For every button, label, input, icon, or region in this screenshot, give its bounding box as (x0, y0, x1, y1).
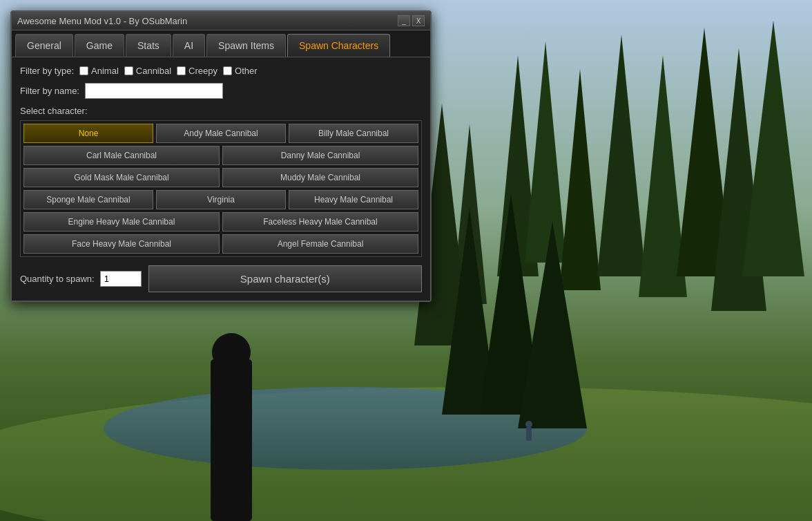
filter-name-label: Filter by name: (20, 86, 79, 96)
character-grid: None Andy Male Cannibal Billy Male Canni… (20, 120, 422, 257)
tab-stats[interactable]: Stats (126, 34, 171, 57)
creepy-checkbox[interactable] (177, 66, 186, 75)
char-engine-heavy[interactable]: Engine Heavy Male Cannibal (23, 212, 220, 231)
game-window: Awesome Menu Mod v1.0 - By OSubMarin _ X… (10, 10, 432, 302)
quantity-group: Quantity to spawn: (20, 271, 142, 287)
char-carl[interactable]: Carl Male Cannibal (23, 146, 220, 165)
content-area: Filter by type: Animal Cannibal Creepy O… (12, 57, 430, 301)
char-gold-mask[interactable]: Gold Mask Male Cannibal (23, 168, 220, 187)
filter-name-row: Filter by name: (20, 83, 422, 99)
char-danny[interactable]: Danny Male Cannibal (222, 146, 418, 165)
char-muddy[interactable]: Muddy Male Cannibal (222, 168, 418, 187)
filter-creepy[interactable]: Creepy (177, 66, 218, 76)
animal-checkbox[interactable] (79, 66, 88, 75)
char-row-3: Gold Mask Male Cannibal Muddy Male Canni… (23, 168, 418, 187)
tab-spawn-characters[interactable]: Spawn Characters (287, 34, 390, 57)
char-row-1: None Andy Male Cannibal Billy Male Canni… (23, 124, 418, 143)
char-angel-female[interactable]: Angel Female Cannibal (222, 234, 418, 254)
char-andy[interactable]: Andy Male Cannibal (156, 124, 286, 143)
filter-cannibal[interactable]: Cannibal (124, 66, 171, 76)
quantity-input[interactable] (100, 271, 142, 287)
char-face-heavy[interactable]: Face Heavy Male Cannibal (23, 234, 220, 254)
filter-type-label: Filter by type: (20, 66, 74, 76)
animal-label: Animal (91, 66, 119, 76)
quantity-label: Quantity to spawn: (20, 274, 95, 284)
char-none[interactable]: None (23, 124, 153, 143)
char-virginia[interactable]: Virginia (156, 190, 286, 209)
char-billy[interactable]: Billy Male Cannibal (289, 124, 418, 143)
cannibal-checkbox[interactable] (124, 66, 133, 75)
title-buttons: _ X (398, 15, 425, 26)
char-heavy[interactable]: Heavy Male Cannibal (289, 190, 418, 209)
other-checkbox[interactable] (223, 66, 232, 75)
char-row-6: Face Heavy Male Cannibal Angel Female Ca… (23, 234, 418, 254)
close-button[interactable]: X (412, 15, 425, 26)
tab-bar: General Game Stats AI Spawn Items Spawn … (12, 30, 430, 57)
spawn-character-button[interactable]: Spawn character(s) (148, 265, 422, 292)
window-title: Awesome Menu Mod v1.0 - By OSubMarin (17, 16, 187, 26)
char-row-2: Carl Male Cannibal Danny Male Cannibal (23, 146, 418, 165)
name-filter-input[interactable] (85, 83, 223, 99)
creepy-label: Creepy (188, 66, 218, 76)
bottom-row: Quantity to spawn: Spawn character(s) (20, 265, 422, 292)
filter-animal[interactable]: Animal (79, 66, 119, 76)
minimize-button[interactable]: _ (398, 15, 410, 26)
char-row-4: Sponge Male Cannibal Virginia Heavy Male… (23, 190, 418, 209)
filter-other[interactable]: Other (223, 66, 258, 76)
filter-type-row: Filter by type: Animal Cannibal Creepy O… (20, 66, 422, 76)
char-faceless-heavy[interactable]: Faceless Heavy Male Cannibal (222, 212, 418, 231)
tab-spawn-items[interactable]: Spawn Items (206, 34, 286, 57)
char-row-5: Engine Heavy Male Cannibal Faceless Heav… (23, 212, 418, 231)
tab-general[interactable]: General (15, 34, 73, 57)
other-label: Other (235, 66, 258, 76)
title-bar: Awesome Menu Mod v1.0 - By OSubMarin _ X (12, 12, 430, 30)
cannibal-label: Cannibal (136, 66, 171, 76)
char-sponge[interactable]: Sponge Male Cannibal (23, 190, 153, 209)
select-character-label: Select character: (20, 106, 422, 116)
tab-ai[interactable]: AI (173, 34, 205, 57)
tab-game[interactable]: Game (75, 34, 124, 57)
